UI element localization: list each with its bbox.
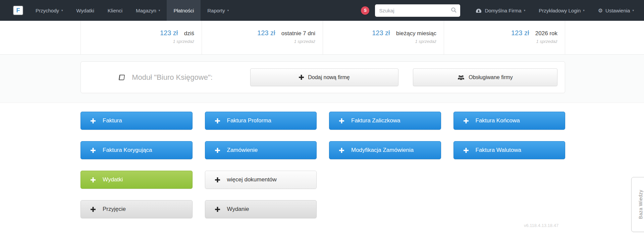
nav-item-klienci[interactable]: Klienci <box>101 0 129 21</box>
dashboard-gauge-icon <box>476 8 482 13</box>
stat-value-link[interactable]: 123 zł <box>372 29 390 37</box>
plus-icon <box>215 148 220 153</box>
navbar-right-group: Domyślna Firma ▾ Przykładowy Login ▾ ⚙ U… <box>469 0 641 21</box>
plus-icon <box>91 118 96 123</box>
module-title: Moduł "Biuro Księgowe": <box>81 73 250 82</box>
stat-label: bieżący miesiąc <box>396 30 436 37</box>
plus-icon <box>339 148 344 153</box>
navbar-spacer <box>235 0 361 21</box>
more-documents-button[interactable]: więcej dokumentów <box>205 171 317 189</box>
plus-icon <box>339 118 344 123</box>
search-icon[interactable] <box>451 7 457 14</box>
stat-value-link[interactable]: 123 zł <box>511 29 529 37</box>
document-actions-section: Faktura Faktura Proforma Faktura Zaliczk… <box>0 103 644 233</box>
top-navbar: F Przychody ▾ Wydatki Klienci Magazyn ▾ … <box>0 0 644 21</box>
stat-current-month: 123 zł bieżący miesiąc 1 sprzedaż <box>323 21 444 54</box>
stat-year: 123 zł 2026 rok 1 sprzedaż <box>444 21 565 54</box>
stat-label: 2026 rok <box>535 30 557 37</box>
plus-icon <box>215 207 220 212</box>
chevron-down-icon: ▾ <box>61 9 63 12</box>
new-faktura-proforma-button[interactable]: Faktura Proforma <box>205 112 317 130</box>
stat-value-link[interactable]: 123 zł <box>160 29 178 37</box>
nav-item-wydatki[interactable]: Wydatki <box>70 0 101 21</box>
chevron-down-icon: ▾ <box>632 9 634 12</box>
chevron-down-icon: ▾ <box>159 9 160 12</box>
search-box[interactable] <box>375 4 460 17</box>
accounting-module-band: Moduł "Biuro Księgowe": Dodaj nową firmę… <box>0 55 644 103</box>
new-faktura-korygujaca-button[interactable]: Faktura Korygująca <box>80 141 193 159</box>
new-faktura-walutowa-button[interactable]: Faktura Walutowa <box>453 141 566 159</box>
supported-companies-button[interactable]: Obsługiwane firmy <box>413 68 557 86</box>
stat-subtext: 1 sprzedaż <box>323 39 436 44</box>
stat-value-link[interactable]: 123 zł <box>257 29 275 37</box>
stat-today: 123 zł dziś 1 sprzedaż <box>80 21 202 54</box>
chevron-down-icon: ▾ <box>524 9 526 12</box>
new-faktura-zaliczkowa-button[interactable]: Faktura Zaliczkowa <box>329 112 441 130</box>
new-przyjecie-button[interactable]: Przyjęcie <box>80 200 193 218</box>
plus-icon <box>215 118 220 123</box>
gear-icon: ⚙ <box>598 7 603 14</box>
plus-icon <box>464 148 469 153</box>
stat-subtext: 1 sprzedaż <box>81 39 194 44</box>
plus-icon <box>91 177 96 182</box>
app-version: v6.118.4.13.18.47 <box>524 223 558 228</box>
new-wydatki-button[interactable]: Wydatki <box>80 171 193 189</box>
plus-icon <box>91 207 96 212</box>
knowledge-base-tab[interactable]: Baza Wiedzy <box>631 177 644 232</box>
stat-subtext: 1 sprzedaż <box>202 39 315 44</box>
plus-icon <box>299 75 304 80</box>
new-zamowienie-button[interactable]: Zamówienie <box>205 141 317 159</box>
nav-item-raporty[interactable]: Raporty ▾ <box>201 0 235 21</box>
stat-label: dziś <box>184 30 194 37</box>
nav-item-platnosci[interactable]: Płatności <box>167 0 201 21</box>
stat-last-7-days: 123 zł ostatnie 7 dni 1 sprzedaż <box>202 21 323 54</box>
new-faktura-button[interactable]: Faktura <box>80 112 193 130</box>
notification-badge[interactable]: S <box>361 6 369 15</box>
stat-label: ostatnie 7 dni <box>281 30 315 37</box>
new-faktura-koncowa-button[interactable]: Faktura Końcowa <box>453 112 566 130</box>
search-input[interactable] <box>379 8 451 13</box>
company-menu[interactable]: Domyślna Firma ▾ <box>469 0 532 21</box>
plus-icon <box>91 148 96 153</box>
sales-stats-row: 123 zł dziś 1 sprzedaż 123 zł ostatnie 7… <box>0 21 644 55</box>
book-icon <box>118 74 126 81</box>
app-logo[interactable]: F <box>13 6 23 15</box>
settings-menu[interactable]: ⚙ Ustawienia ▾ <box>591 0 641 21</box>
nav-item-przychody[interactable]: Przychody ▾ <box>29 0 70 21</box>
plus-icon <box>464 118 469 123</box>
plus-icon <box>215 177 220 182</box>
user-menu[interactable]: Przykładowy Login ▾ <box>532 0 591 21</box>
chevron-down-icon: ▾ <box>583 9 585 12</box>
new-wydanie-button[interactable]: Wydanie <box>205 200 317 218</box>
nav-item-magazyn[interactable]: Magazyn ▾ <box>129 0 167 21</box>
users-icon <box>458 75 465 80</box>
stat-subtext: 1 sprzedaż <box>444 39 557 44</box>
new-modyfikacja-zamowienia-button[interactable]: Modyfikacja Zamówienia <box>329 141 441 159</box>
add-company-button[interactable]: Dodaj nową firmę <box>250 68 398 86</box>
chevron-down-icon: ▾ <box>227 9 229 12</box>
accounting-module-card: Moduł "Biuro Księgowe": Dodaj nową firmę… <box>80 61 565 93</box>
